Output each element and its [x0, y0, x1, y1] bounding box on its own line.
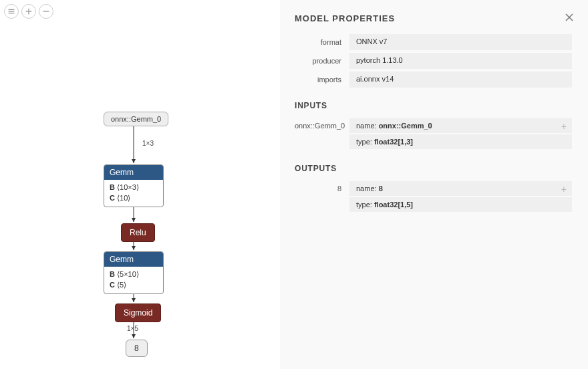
gemm-2-title: Gemm	[104, 252, 163, 267]
zoom-out-button[interactable]	[39, 4, 53, 19]
output-type-line: type: float32[1,5]	[349, 197, 572, 212]
output-node[interactable]: 8	[126, 340, 148, 357]
input-row: onnx::Gemm_0 name: onnx::Gemm_0 + type: …	[295, 118, 572, 150]
gemm-1-title: Gemm	[104, 165, 163, 180]
inputs-heading: INPUTS	[295, 101, 572, 110]
output-row: 8 name: 8 + type: float32[1,5]	[295, 181, 572, 213]
graph-canvas[interactable]: onnx::Gemm_0 1×3 Gemm B ⟨10×3⟩ C ⟨10⟩ Re…	[0, 0, 281, 369]
input-node[interactable]: onnx::Gemm_0	[104, 112, 168, 126]
prop-label: imports	[295, 72, 349, 88]
menu-button[interactable]	[4, 4, 19, 19]
expand-button[interactable]: +	[561, 184, 567, 195]
outputs-heading: OUTPUTS	[295, 164, 572, 173]
input-name-line: name: onnx::Gemm_0 +	[349, 118, 572, 133]
gemm-2-body: B ⟨5×10⟩ C ⟨5⟩	[104, 267, 163, 293]
prop-label: format	[295, 34, 349, 50]
prop-row-producer: producer pytorch 1.13.0	[295, 53, 572, 69]
properties-panel: MODEL PROPERTIES format ONNX v7 producer…	[281, 0, 588, 369]
prop-label: producer	[295, 53, 349, 69]
gemm-1-body: B ⟨10×3⟩ C ⟨10⟩	[104, 180, 163, 207]
input-label: onnx::Gemm_0	[295, 118, 349, 133]
expand-button[interactable]: +	[561, 121, 567, 132]
output-label: 8	[295, 181, 349, 196]
toolbar	[4, 4, 53, 19]
relu-node[interactable]: Relu	[121, 223, 155, 242]
sigmoid-node[interactable]: Sigmoid	[115, 303, 161, 322]
prop-value: pytorch 1.13.0	[349, 53, 572, 69]
prop-row-format: format ONNX v7	[295, 34, 572, 50]
prop-value: ai.onnx v14	[349, 72, 572, 88]
input-type-line: type: float32[1,3]	[349, 134, 572, 149]
menu-icon	[7, 7, 16, 16]
output-name-line: name: 8 +	[349, 181, 572, 196]
gemm-node-1[interactable]: Gemm B ⟨10×3⟩ C ⟨10⟩	[104, 164, 164, 207]
minus-icon	[41, 7, 51, 16]
gemm-node-2[interactable]: Gemm B ⟨5×10⟩ C ⟨5⟩	[104, 251, 164, 294]
edge-label-last: 1×5	[127, 325, 138, 332]
zoom-in-button[interactable]	[21, 4, 36, 19]
prop-row-imports: imports ai.onnx v14	[295, 72, 572, 88]
close-icon	[564, 12, 575, 23]
edge-label-1: 1×3	[142, 140, 154, 147]
panel-title: MODEL PROPERTIES	[295, 13, 572, 23]
plus-icon	[24, 7, 33, 16]
close-button[interactable]	[564, 12, 576, 24]
prop-value: ONNX v7	[349, 34, 572, 50]
